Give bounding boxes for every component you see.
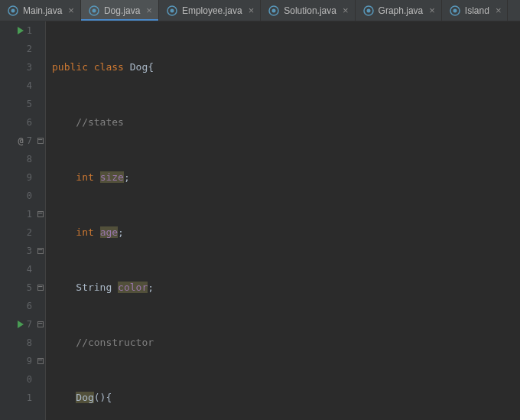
fold-cell (35, 113, 45, 132)
java-file-icon (8, 5, 18, 16)
line-number: 1 (27, 389, 32, 407)
file-tab[interactable]: Graph.java× (356, 0, 442, 21)
file-tab[interactable]: Employee.java× (159, 0, 261, 21)
run-icon[interactable] (18, 27, 24, 34)
close-icon[interactable]: × (68, 5, 74, 16)
field: age (100, 226, 118, 238)
fold-cell (35, 389, 45, 407)
gutter-line[interactable]: 6 (0, 113, 32, 132)
line-number: 5 (27, 95, 32, 113)
line-number: 2 (27, 40, 32, 58)
code-line: Dog(){ (52, 389, 520, 407)
fold-toggle-icon[interactable] (37, 211, 44, 217)
java-file-icon (363, 5, 374, 16)
line-number: 6 (27, 297, 32, 315)
close-icon[interactable]: × (249, 5, 255, 16)
code-line: //constructor (52, 334, 520, 352)
gutter-line[interactable]: 2 (0, 223, 32, 242)
line-number: 4 (27, 77, 32, 95)
gutter-line[interactable]: 1 (0, 21, 32, 40)
gutter-line[interactable]: 5 (0, 278, 32, 297)
gutter-line[interactable]: 1 (0, 205, 32, 223)
code-line: int size; (52, 168, 520, 187)
fold-toggle-icon[interactable] (37, 358, 44, 364)
line-number: 9 (27, 168, 32, 187)
close-icon[interactable]: × (496, 5, 502, 16)
gutter-line[interactable]: 5 (0, 95, 32, 113)
svg-point-7 (272, 8, 276, 12)
gutter-line[interactable]: 0 (0, 370, 32, 389)
fold-cell (35, 205, 45, 223)
file-tab[interactable]: Solution.java× (261, 0, 355, 21)
java-file-icon (167, 5, 177, 16)
tab-label: Solution.java (284, 5, 336, 16)
close-icon[interactable]: × (343, 5, 349, 16)
file-tab[interactable]: Dog.java× (81, 0, 159, 21)
fold-cell (35, 370, 45, 389)
code-area[interactable]: public class Dog{ //states int size; int… (46, 21, 520, 420)
gutter-line[interactable]: 8 (0, 150, 32, 168)
fold-cell (35, 242, 45, 260)
field: size (100, 171, 124, 183)
comment: //constructor (76, 337, 154, 348)
keyword: int (76, 171, 93, 183)
semicolon: ; (124, 171, 130, 183)
java-file-icon (89, 5, 99, 16)
fold-cell (35, 278, 45, 297)
java-file-icon (450, 5, 460, 16)
fold-cell (35, 260, 45, 278)
svg-point-1 (11, 8, 15, 12)
code-line: String color; (52, 278, 520, 297)
fold-toggle-icon[interactable] (37, 138, 44, 144)
class-name: Dog (130, 61, 148, 73)
line-number: 9 (27, 352, 32, 370)
file-tab[interactable]: Island× (442, 0, 509, 21)
gutter-line[interactable]: 9 (0, 168, 32, 187)
java-file-icon (268, 5, 279, 16)
fold-toggle-icon[interactable] (37, 248, 44, 254)
run-icon[interactable] (18, 321, 24, 328)
line-number: 6 (27, 113, 32, 132)
line-number: 7 (27, 132, 32, 150)
override-icon[interactable]: @ (18, 132, 24, 150)
file-tab[interactable]: Main.java× (0, 0, 81, 21)
gutter-line[interactable]: 1 (0, 389, 32, 407)
gutter-line[interactable]: 4 (0, 77, 32, 95)
keyword: int (76, 226, 93, 238)
fold-cell (35, 297, 45, 315)
fold-cell (35, 77, 45, 95)
gutter-line[interactable]: 3 (0, 242, 32, 260)
fold-cell (35, 132, 45, 150)
fold-toggle-icon[interactable] (37, 285, 44, 291)
gutter-line[interactable]: 9 (0, 352, 32, 370)
field: color (118, 282, 148, 293)
fold-cell (35, 150, 45, 168)
tab-label: Employee.java (182, 5, 242, 16)
fold-cell (35, 315, 45, 334)
code-line: //states (52, 113, 520, 132)
semicolon: ; (118, 226, 124, 238)
brace: { (148, 61, 154, 73)
gutter: 123456@789012345678901 (0, 21, 35, 420)
gutter-line[interactable]: @7 (0, 132, 32, 150)
svg-point-3 (92, 8, 96, 12)
gutter-line[interactable]: 0 (0, 187, 32, 205)
line-number: 1 (27, 205, 32, 223)
comment: //states (76, 116, 124, 128)
type: String (76, 282, 112, 293)
line-number: 5 (27, 278, 32, 297)
gutter-line[interactable]: 7 (0, 315, 32, 334)
editor: 123456@789012345678901 public class Dog{… (0, 21, 520, 420)
line-number: 7 (27, 315, 32, 334)
gutter-line[interactable]: 3 (0, 58, 32, 77)
fold-toggle-icon[interactable] (37, 321, 44, 327)
gutter-line[interactable]: 8 (0, 334, 32, 352)
svg-point-5 (170, 8, 174, 12)
close-icon[interactable]: × (429, 5, 435, 16)
close-icon[interactable]: × (146, 5, 152, 16)
line-number: 8 (27, 334, 32, 352)
line-number: 1 (27, 21, 32, 40)
gutter-line[interactable]: 4 (0, 260, 32, 278)
gutter-line[interactable]: 6 (0, 297, 32, 315)
gutter-line[interactable]: 2 (0, 40, 32, 58)
